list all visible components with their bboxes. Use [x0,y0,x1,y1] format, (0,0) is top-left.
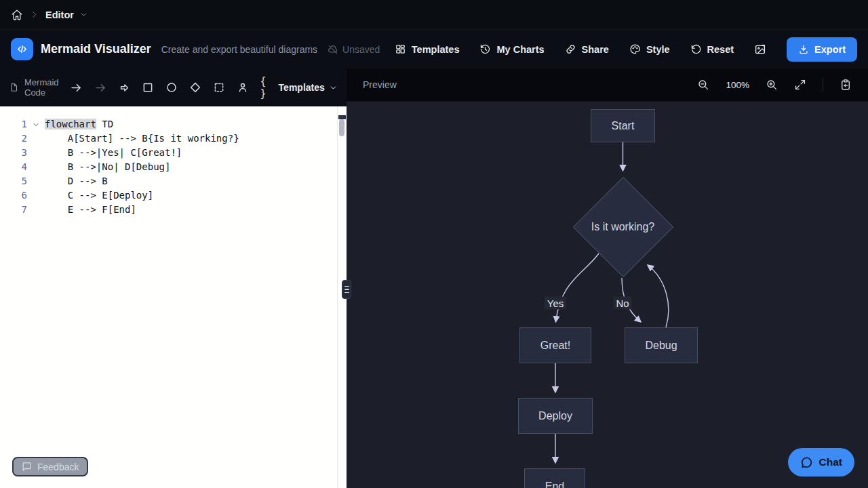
chevron-right-icon [30,10,39,19]
dashed-square-icon[interactable] [213,81,225,94]
download-icon [798,44,809,55]
line-number: 6 [0,188,27,203]
fullscreen-icon[interactable] [794,79,806,91]
zoom-level: 100% [726,80,749,90]
code-line[interactable]: 1 flowchart TD [0,117,347,131]
code-area[interactable]: 1 flowchart TD 2 A[Start] --> B{Is it wo… [0,106,347,488]
export-button[interactable]: Export [787,37,857,62]
clipboard-copy-icon[interactable] [840,79,852,91]
style-button[interactable]: Style [629,43,670,55]
arrow-big-right-icon[interactable] [119,82,130,94]
square-icon[interactable] [142,81,154,94]
fold-chevron-icon[interactable] [27,117,45,131]
templates-button[interactable]: Templates [395,43,460,55]
zoom-in-icon[interactable] [766,79,778,91]
node-label: Start [612,120,635,132]
circle-icon[interactable] [165,81,178,94]
share-label: Share [582,44,609,55]
panel-title: MermaidCode [24,77,59,98]
line-number: 5 [0,174,27,188]
chat-label: Chat [819,456,842,468]
header-actions: Templates My Charts Share Style [395,37,857,62]
message-circle-icon [800,456,813,469]
code-line[interactable]: 7 E --> F[End] [0,203,347,217]
code-text: B -->|Yes| C[Great!] [45,146,182,160]
save-status: Unsaved [328,44,380,55]
node-label: End [545,481,564,488]
main-split: MermaidCode [0,68,868,488]
node-label: Deploy [538,410,572,422]
code-line[interactable]: 4 B -->|No| D[Debug] [0,160,347,174]
code-text: A[Start] --> B{Is it working?} [45,131,239,146]
breadcrumb: Editor [0,0,868,30]
code-line[interactable]: 5 D --> B [0,174,347,188]
feedback-button[interactable]: Feedback [12,457,88,476]
code-editor[interactable]: 1 flowchart TD 2 A[Start] --> B{Is it wo… [0,106,347,488]
templates-label: Templates [412,44,460,55]
preview-title: Preview [363,79,397,90]
panel-resize-handle[interactable] [342,280,351,299]
my-charts-label: My Charts [496,44,544,55]
code-line[interactable]: 3 B -->|Yes| C[Great!] [0,146,347,160]
file-code-icon [9,83,19,92]
line-number: 4 [0,160,27,174]
chevron-down-icon [329,83,338,92]
app-logo-icon [11,38,33,60]
export-label: Export [814,44,846,55]
user-icon[interactable] [237,81,249,94]
my-charts-button[interactable]: My Charts [479,43,544,55]
reset-button[interactable]: Reset [690,43,734,55]
editor-toolbar: MermaidCode [0,68,347,106]
code-text: E --> F[End] [45,203,136,217]
link-icon [565,43,576,55]
flow-node-deploy: Deploy [518,398,593,434]
app-subtitle: Create and export beautiful diagrams [161,44,317,55]
rotate-ccw-icon [690,43,702,55]
flow-node-debug: Debug [625,327,698,363]
insert-toolbar: { } [70,75,267,100]
palette-icon [629,43,641,55]
line-number: 3 [0,146,27,160]
save-status-label: Unsaved [342,44,380,55]
scrollbar-thumb[interactable] [339,119,344,136]
templates-dropdown-label: Templates [279,82,325,93]
export-image-icon-button[interactable] [754,43,766,56]
feedback-label: Feedback [37,462,79,472]
code-text: C --> E[Deploy] [45,188,153,203]
zoom-out-icon[interactable] [697,79,709,91]
preview-panel: Preview 100% [347,68,868,488]
chat-button[interactable]: Chat [788,448,854,476]
history-icon [479,43,491,55]
message-square-icon [22,462,32,472]
edge-label-yes: Yes [545,297,566,310]
app-header: Mermaid Visualizer Create and export bea… [0,30,868,68]
edge-label-no: No [613,297,631,310]
arrow-right-muted-icon[interactable] [94,81,107,94]
flow-node-great: Great! [519,327,591,363]
line-number: 2 [0,131,27,146]
diamond-icon[interactable] [189,81,201,94]
editor-panel: MermaidCode [0,68,347,488]
preview-controls: 100% [697,78,852,92]
templates-dropdown[interactable]: Templates [279,82,338,93]
code-keyword: flowchart [45,119,96,129]
home-icon[interactable] [11,9,23,21]
preview-header: Preview 100% [347,68,868,102]
breadcrumb-page[interactable]: Editor [45,9,74,20]
code-line[interactable]: 2 A[Start] --> B{Is it working?} [0,131,347,146]
node-label: Is it working? [591,221,654,233]
code-text: TD [96,119,113,129]
diagram-canvas[interactable]: Start Is it working? Great! Debug Deploy… [347,102,868,488]
divider [823,78,823,92]
arrow-right-icon[interactable] [70,81,83,94]
braces-icon[interactable]: { } [260,75,267,100]
reset-label: Reset [707,44,734,55]
code-line[interactable]: 6 C --> E[Deploy] [0,188,347,203]
share-button[interactable]: Share [565,43,609,55]
layout-grid-icon [395,43,406,55]
line-number: 7 [0,203,27,217]
code-text: D --> B [45,174,108,188]
code-text: B -->|No| D[Debug] [45,160,170,174]
chevron-down-icon[interactable] [79,10,88,19]
node-label: Great! [540,340,570,352]
